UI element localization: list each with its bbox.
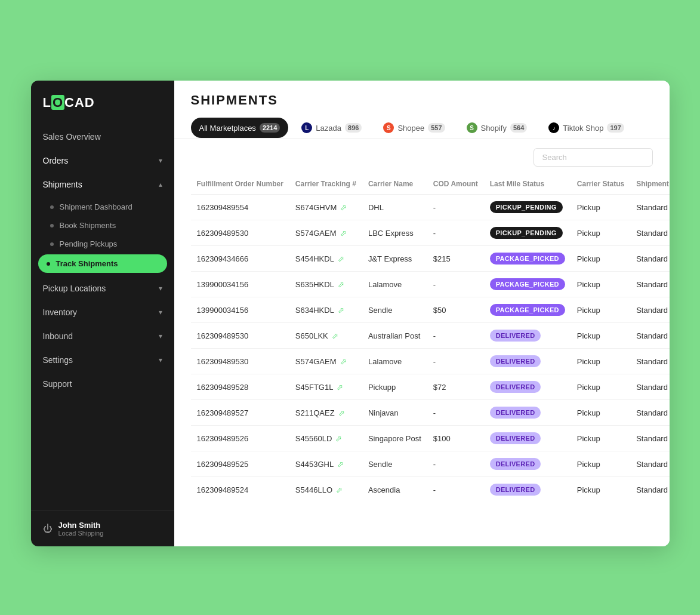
table-header-row: Fulfillment Order Number Carrier Trackin…	[191, 174, 670, 195]
cell-tracking: S635HKDL ⬀	[289, 272, 362, 297]
cell-order-number: 162309489530	[191, 349, 289, 374]
cell-carrier-status: Pickup	[571, 246, 630, 272]
external-link-icon[interactable]: ⬀	[332, 331, 338, 340]
cell-shipment-type: Standard	[630, 272, 669, 297]
content-area: Fulfillment Order Number Carrier Trackin…	[174, 139, 670, 546]
cell-shipment-type: Standard Tiktok Sho...	[630, 426, 669, 451]
table-row: 162309489530 S574GAEM ⬀ Lalamove - DELIV…	[191, 349, 670, 374]
col-fulfillment-order: Fulfillment Order Number	[191, 174, 289, 195]
user-subtitle: Locad Shipping	[58, 530, 104, 537]
cell-order-number: 162309489527	[191, 400, 289, 426]
cell-order-number: 139900034156	[191, 272, 289, 297]
table-row: 139900034156 S634HKDL ⬀ Sendle $50 PACKA…	[191, 297, 670, 323]
tracking-number: S211QAEZ	[295, 408, 335, 417]
tracking-number: S634HKDL	[295, 306, 334, 315]
table-row: 162309489525 S4453GHL ⬀ Sendle - DELIVER…	[191, 451, 670, 477]
cell-tracking: S674GHVM ⬀	[289, 195, 362, 220]
cell-tracking: S211QAEZ ⬀	[289, 400, 362, 426]
cell-carrier-name: LBC Express	[362, 220, 427, 246]
cell-last-mile-status: PACKAGE_PICKED	[484, 297, 571, 323]
cell-carrier-name: Pickupp	[362, 374, 427, 400]
external-link-icon[interactable]: ⬀	[338, 306, 344, 315]
cell-tracking: S4453GHL ⬀	[289, 451, 362, 477]
cell-cod-amount: $100	[427, 426, 484, 451]
logo: LOCAD	[31, 81, 174, 122]
sidebar-item-orders[interactable]: Orders ▾	[31, 149, 174, 173]
cell-order-number: 162309489530	[191, 220, 289, 246]
cell-cod-amount: $72	[427, 374, 484, 400]
table-row: 162309489526 S45560LD ⬀ Singapore Post $…	[191, 426, 670, 451]
status-badge: PACKAGE_PICKED	[490, 304, 565, 316]
external-link-icon[interactable]: ⬀	[338, 408, 345, 417]
tab-lazada[interactable]: L Lazada 896	[293, 118, 370, 138]
cell-tracking: S574GAEM ⬀	[289, 220, 362, 246]
user-name: John Smith	[58, 521, 104, 530]
cell-carrier-name: Lalamove	[362, 272, 427, 297]
sidebar-item-sales-overview[interactable]: Sales Overview	[31, 125, 174, 149]
cell-carrier-status: Pickup	[571, 477, 630, 503]
sidebar-item-inbound[interactable]: Inbound ▾	[31, 324, 174, 348]
sidebar-item-inventory[interactable]: Inventory ▾	[31, 300, 174, 324]
cell-last-mile-status: PACKAGE_PICKED	[484, 246, 571, 272]
table-row: 162309489530 S650LKK ⬀ Australian Post -…	[191, 323, 670, 349]
status-badge: PICKUP_PENDING	[490, 227, 563, 239]
cell-shipment-type: Standard Shopify	[630, 374, 669, 400]
status-badge: DELIVERED	[490, 355, 541, 367]
cell-shipment-type: Standard Shopee	[630, 451, 669, 477]
external-link-icon[interactable]: ⬀	[340, 229, 347, 238]
shipments-table: Fulfillment Order Number Carrier Trackin…	[191, 174, 670, 502]
sidebar-item-pending-pickups[interactable]: Pending Pickups	[31, 235, 174, 253]
cell-order-number: 162309489528	[191, 374, 289, 400]
external-link-icon[interactable]: ⬀	[337, 383, 343, 392]
tab-shopify[interactable]: S Shopify 564	[458, 118, 536, 138]
cell-carrier-status: Pickup	[571, 297, 630, 323]
power-icon[interactable]: ⏻	[43, 524, 53, 534]
cell-carrier-status: Pickup	[571, 374, 630, 400]
sidebar-item-settings[interactable]: Settings ▾	[31, 348, 174, 372]
chevron-up-icon: ▴	[159, 180, 162, 189]
sidebar-item-track-shipments[interactable]: Track Shipments	[38, 254, 167, 273]
tab-shopee[interactable]: S Shopee 557	[375, 118, 453, 138]
cell-tracking: S45560LD ⬀	[289, 426, 362, 451]
external-link-icon[interactable]: ⬀	[338, 254, 344, 263]
cell-cod-amount: -	[427, 272, 484, 297]
sidebar-item-pickup-locations[interactable]: Pickup Locations ▾	[31, 276, 174, 300]
external-link-icon[interactable]: ⬀	[335, 434, 342, 443]
lazada-icon: L	[301, 122, 312, 133]
cell-tracking: S574GAEM ⬀	[289, 349, 362, 374]
cell-tracking: S45FTG1L ⬀	[289, 374, 362, 400]
cell-last-mile-status: DELIVERED	[484, 426, 571, 451]
cell-carrier-name: DHL	[362, 195, 427, 220]
cell-shipment-type: Standard	[630, 297, 669, 323]
external-link-icon[interactable]: ⬀	[340, 203, 347, 212]
external-link-icon[interactable]: ⬀	[338, 280, 344, 289]
external-link-icon[interactable]: ⬀	[337, 460, 344, 469]
cell-last-mile-status: PACKAGE_PICKED	[484, 272, 571, 297]
sidebar-item-support[interactable]: Support	[31, 372, 174, 396]
tab-all-marketplaces[interactable]: All Marketplaces 2214	[191, 118, 289, 138]
cell-cod-amount: -	[427, 220, 484, 246]
chevron-down-icon: ▾	[159, 308, 162, 316]
external-link-icon[interactable]: ⬀	[336, 485, 343, 494]
cell-carrier-name: Lalamove	[362, 349, 427, 374]
external-link-icon[interactable]: ⬀	[340, 357, 347, 366]
shopee-icon: S	[383, 122, 394, 133]
page-title: SHIPMENTS	[191, 93, 653, 108]
tab-tiktok[interactable]: ♪ Tiktok Shop 197	[540, 118, 633, 138]
cell-order-number: 162309489524	[191, 477, 289, 503]
cell-tracking: S5446LLO ⬀	[289, 477, 362, 503]
chevron-down-icon: ▾	[159, 156, 162, 165]
sidebar-item-book-shipments[interactable]: Book Shipments	[31, 216, 174, 235]
cell-shipment-type: Standard	[630, 195, 669, 220]
table-row: 162309489554 S674GHVM ⬀ DHL - PICKUP_PEN…	[191, 195, 670, 220]
cell-order-number: 162309489526	[191, 426, 289, 451]
cell-last-mile-status: DELIVERED	[484, 323, 571, 349]
sidebar-footer: ⏻ John Smith Locad Shipping	[31, 511, 174, 546]
table-row: 162309434666 S454HKDL ⬀ J&T Express $215…	[191, 246, 670, 272]
sidebar-item-shipment-dashboard[interactable]: Shipment Dashboard	[31, 198, 174, 216]
search-input[interactable]	[534, 148, 653, 167]
tracking-number: S674GHVM	[295, 203, 337, 212]
tracking-number: S45FTG1L	[295, 383, 334, 392]
status-badge: DELIVERED	[490, 458, 541, 470]
sidebar-item-shipments[interactable]: Shipments ▴	[31, 173, 174, 196]
